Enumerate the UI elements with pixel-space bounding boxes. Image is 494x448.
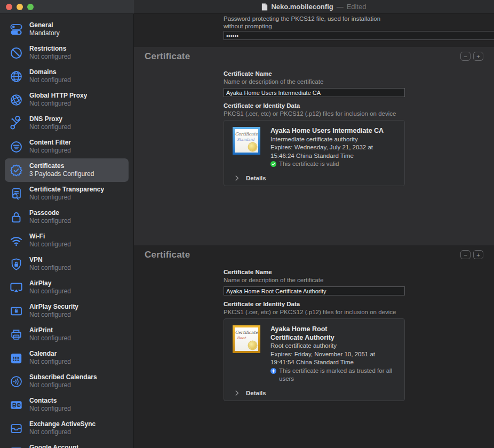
sidebar-item-status: Not configured [29, 194, 104, 202]
certificate-trusted-icon [270, 368, 276, 374]
sidebar-item-domains[interactable]: Domains Not configured [5, 65, 129, 88]
certificate-data-description: PKCS1 (.cer, etc) or PKCS12 (.p12) files… [224, 110, 405, 118]
sidebar-item-label: Contacts [29, 397, 71, 405]
sidebar-item-label: Content Filter [29, 139, 71, 147]
wifi-icon [8, 233, 24, 249]
certificate-badge-sub: Root [237, 336, 258, 340]
sidebar-item-passcode[interactable]: Passcode Not configured [5, 205, 129, 229]
title-separator: — [337, 3, 344, 11]
sidebar-item-airprint[interactable]: AirPrint Not configured [5, 323, 129, 346]
sidebar-item-exchange-activesync[interactable]: Exchange ActiveSync Not configured [5, 417, 129, 440]
certificate-section-1: Certificate − + Certificate Name Name or… [134, 47, 494, 245]
details-disclosure[interactable]: Details [233, 390, 400, 396]
contact-card-icon [8, 397, 24, 413]
sidebar-item-status: Not configured [29, 123, 71, 131]
broadcast-icon [8, 373, 24, 389]
sidebar-item-restrictions[interactable]: Restrictions Not configured [5, 41, 129, 65]
sidebar-item-dns-proxy[interactable]: DNS Proxy Not configured [5, 111, 129, 135]
certificate-name-input[interactable] [224, 88, 405, 97]
inbox-icon [8, 420, 24, 436]
envelope-icon [8, 444, 24, 448]
padlock-icon [8, 209, 24, 225]
sidebar-item-vpn[interactable]: VPN Not configured [5, 252, 129, 276]
sidebar-item-label: Restrictions [29, 45, 71, 53]
zoom-button[interactable] [27, 4, 34, 10]
tools-icon [8, 115, 24, 131]
seal-check-icon [8, 162, 24, 178]
sidebar-item-status: Not configured [29, 100, 87, 108]
certificate-seal-icon [249, 341, 257, 349]
certificate-card-subtitle: Root certificate authority [270, 342, 396, 350]
sidebar-item-content-filter[interactable]: Content Filter Not configured [5, 135, 129, 158]
payload-add-remove-controls: − + [460, 250, 483, 259]
sidebar-item-label: Wi-Fi [29, 233, 71, 241]
certificate-card-title: Ayaka Home Root Certificate Authority [270, 325, 396, 342]
sidebar-item-google-account[interactable]: Google Account Not configured [5, 440, 129, 448]
sidebar-item-status: Not configured [29, 53, 71, 61]
details-disclosure[interactable]: Details [233, 175, 400, 181]
certificate-data-label: Certificate or Identity Data [224, 300, 405, 308]
calendar-icon [8, 350, 24, 366]
sidebar-item-label: Passcode [29, 209, 71, 217]
sidebar-item-subscribed-calendars[interactable]: Subscribed Calendars Not configured [5, 370, 129, 393]
sidebar-item-label: Calendar [29, 350, 71, 358]
sidebar-item-label: Subscribed Calendars [29, 373, 97, 381]
airplay-icon [8, 279, 24, 295]
sidebar-item-label: Google Account [29, 444, 78, 448]
titlebar-sidebar-area [0, 0, 134, 14]
sidebar-item-status: Not configured [29, 217, 71, 225]
sidebar-item-status: Not configured [29, 287, 71, 295]
section-heading: Certificate [145, 51, 190, 62]
close-button[interactable] [6, 4, 12, 10]
screen-lock-icon [8, 303, 24, 319]
shield-lock-icon [8, 256, 24, 272]
certificate-valid-icon [270, 161, 276, 167]
edited-badge: Edited [347, 3, 366, 11]
certificate-badge-word: Certificate [235, 132, 258, 137]
certificate-section-2: Certificate − + Certificate Name Name or… [134, 245, 494, 448]
certificate-card: Certificate Root Ayaka Home Root Certifi… [224, 318, 405, 401]
sidebar-item-wi-fi[interactable]: Wi-Fi Not configured [5, 229, 129, 252]
sidebar-item-certificates[interactable]: Certificates 3 Payloads Configured [5, 158, 129, 182]
certificate-name-description: Name or description of the certificate [224, 276, 405, 284]
sidebar-item-global-http-proxy[interactable]: Global HTTP Proxy Not configured [5, 88, 129, 111]
sidebar-item-label: DNS Proxy [29, 115, 71, 123]
pkcs12-password-input[interactable] [224, 31, 494, 40]
payload-add-remove-controls: − + [460, 52, 483, 61]
certificate-badge-word: Certificate [235, 330, 258, 335]
toggles-icon [8, 21, 24, 37]
titlebar-title-area: Neko.mobileconfig — Edited [134, 0, 494, 14]
certificate-name-label: Certificate Name [224, 268, 405, 276]
remove-payload-button[interactable]: − [460, 250, 471, 259]
sidebar-item-airplay[interactable]: AirPlay Not configured [5, 276, 129, 299]
sidebar-item-status: Not configured [29, 264, 71, 272]
sidebar-item-general[interactable]: General Mandatory [5, 18, 129, 41]
sidebar-item-airplay-security[interactable]: AirPlay Security Not configured [5, 299, 129, 323]
add-payload-button[interactable]: + [473, 52, 483, 61]
certificate-root-icon: Certificate Root [233, 325, 260, 353]
certificate-standard-icon: Certificate Standard [233, 127, 260, 155]
certificate-status-text: This certificate is valid [279, 160, 339, 169]
sidebar-item-label: AirPlay [29, 279, 71, 287]
sidebar-item-label: Certificates [29, 162, 94, 170]
details-label: Details [246, 175, 266, 181]
sidebar-item-contacts[interactable]: Contacts Not configured [5, 393, 129, 417]
minimize-button[interactable] [17, 4, 23, 10]
sidebar-item-certificate-transparency[interactable]: Certificate Transparency Not configured [5, 182, 129, 205]
certificate-seal-icon [249, 143, 257, 151]
certificate-card-title: Ayaka Home Users Intermediate CA [270, 127, 396, 135]
sidebar-item-label: General [29, 21, 60, 29]
details-label: Details [246, 390, 266, 396]
sidebar-item-status: Not configured [29, 358, 71, 366]
sidebar-item-status: Not configured [29, 405, 71, 413]
sidebar-item-label: AirPlay Security [29, 303, 78, 311]
sidebar-item-calendar[interactable]: Calendar Not configured [5, 346, 129, 370]
certificate-name-input[interactable] [224, 286, 405, 295]
add-payload-button[interactable]: + [473, 250, 483, 259]
remove-payload-button[interactable]: − [460, 52, 471, 61]
doc-magnifier-icon [8, 186, 24, 202]
certificate-card: Certificate Standard Ayaka Home Users In… [224, 120, 405, 186]
certificate-fields: Certificate Name Name or description of … [224, 70, 405, 186]
certificate-name-description: Name or description of the certificate [224, 78, 405, 86]
sidebar-item-label: Certificate Transparency [29, 186, 104, 194]
